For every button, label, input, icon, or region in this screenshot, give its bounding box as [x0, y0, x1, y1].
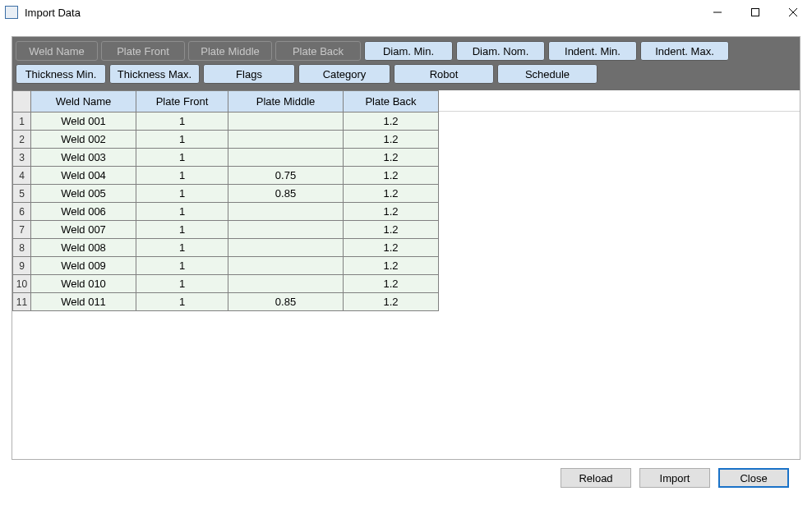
table-row[interactable]: 11Weld 01110.851.2	[13, 293, 439, 311]
col-toggle-thickness-min[interactable]: Thickness Min.	[16, 64, 106, 84]
col-header-plate-middle[interactable]: Plate Middle	[228, 91, 344, 112]
rownum-cell[interactable]: 2	[13, 131, 31, 149]
cell-plate-front[interactable]: 1	[136, 221, 228, 239]
cell-plate-back[interactable]: 1.2	[344, 185, 439, 203]
cell-plate-front[interactable]: 1	[136, 167, 228, 185]
col-toggle-robot[interactable]: Robot	[394, 64, 494, 84]
col-toggle-category[interactable]: Category	[298, 64, 390, 84]
rownum-cell[interactable]: 4	[13, 167, 31, 185]
cell-plate-back[interactable]: 1.2	[344, 257, 439, 275]
col-toggle-flags[interactable]: Flags	[203, 64, 295, 84]
rownum-cell[interactable]: 8	[13, 239, 31, 257]
cell-plate-back[interactable]: 1.2	[344, 149, 439, 167]
cell-weld-name[interactable]: Weld 007	[31, 221, 136, 239]
cell-plate-middle[interactable]	[228, 221, 344, 239]
cell-plate-middle[interactable]	[228, 131, 344, 149]
cell-plate-front[interactable]: 1	[136, 239, 228, 257]
col-toggle-label: Plate Front	[117, 45, 169, 57]
toolbar-row-2: Thickness Min. Thickness Max. Flags Cate…	[12, 64, 800, 87]
col-toggle-label: Plate Middle	[201, 45, 260, 57]
rownum-cell[interactable]: 9	[13, 257, 31, 275]
cell-plate-middle[interactable]	[228, 239, 344, 257]
cell-weld-name[interactable]: Weld 011	[31, 293, 136, 311]
col-toggle-plate-back[interactable]: Plate Back	[275, 41, 361, 61]
cell-plate-middle[interactable]	[228, 149, 344, 167]
cell-plate-front[interactable]: 1	[136, 185, 228, 203]
cell-plate-front[interactable]: 1	[136, 112, 228, 131]
table-row[interactable]: 2Weld 00211.2	[13, 131, 439, 149]
col-toggle-label: Robot	[430, 68, 459, 80]
rownum-cell[interactable]: 11	[13, 293, 31, 311]
col-toggle-plate-middle[interactable]: Plate Middle	[188, 41, 272, 61]
data-grid[interactable]: Weld Name Plate Front Plate Middle Plate…	[12, 90, 439, 311]
col-toggle-thickness-max[interactable]: Thickness Max.	[109, 64, 200, 84]
cell-plate-back[interactable]: 1.2	[344, 167, 439, 185]
cell-plate-back[interactable]: 1.2	[344, 112, 439, 131]
table-row[interactable]: 5Weld 00510.851.2	[13, 185, 439, 203]
rownum-header[interactable]	[13, 91, 31, 112]
col-header-plate-back[interactable]: Plate Back	[344, 91, 439, 112]
cell-plate-front[interactable]: 1	[136, 293, 228, 311]
table-row[interactable]: 4Weld 00410.751.2	[13, 167, 439, 185]
table-row[interactable]: 7Weld 00711.2	[13, 221, 439, 239]
cell-plate-middle[interactable]: 0.85	[228, 185, 344, 203]
cell-plate-back[interactable]: 1.2	[344, 203, 439, 221]
col-toggle-indent-max[interactable]: Indent. Max.	[640, 41, 729, 61]
cell-plate-middle[interactable]	[228, 203, 344, 221]
rownum-cell[interactable]: 3	[13, 149, 31, 167]
table-row[interactable]: 1Weld 00111.2	[13, 112, 439, 131]
cell-weld-name[interactable]: Weld 009	[31, 257, 136, 275]
close-button[interactable]: Close	[718, 468, 789, 488]
cell-plate-front[interactable]: 1	[136, 275, 228, 293]
minimize-button[interactable]	[699, 0, 736, 25]
cell-plate-front[interactable]: 1	[136, 131, 228, 149]
cell-plate-middle[interactable]: 0.75	[228, 167, 344, 185]
col-toggle-weld-name[interactable]: Weld Name	[16, 41, 98, 61]
reload-button[interactable]: Reload	[561, 468, 631, 488]
col-toggle-schedule[interactable]: Schedule	[497, 64, 597, 84]
rownum-cell[interactable]: 6	[13, 203, 31, 221]
cell-weld-name[interactable]: Weld 008	[31, 239, 136, 257]
cell-plate-front[interactable]: 1	[136, 257, 228, 275]
cell-plate-middle[interactable]	[228, 257, 344, 275]
cell-weld-name[interactable]: Weld 003	[31, 149, 136, 167]
col-toggle-label: Indent. Min.	[565, 45, 621, 57]
col-toggle-diam-min[interactable]: Diam. Min.	[364, 41, 453, 61]
rownum-cell[interactable]: 1	[13, 112, 31, 131]
col-toggle-diam-nom[interactable]: Diam. Nom.	[456, 41, 545, 61]
cell-plate-back[interactable]: 1.2	[344, 293, 439, 311]
col-header-weld-name[interactable]: Weld Name	[31, 91, 136, 112]
cell-plate-front[interactable]: 1	[136, 203, 228, 221]
rownum-cell[interactable]: 7	[13, 221, 31, 239]
col-toggle-label: Diam. Min.	[383, 45, 434, 57]
rownum-cell[interactable]: 10	[13, 275, 31, 293]
cell-plate-back[interactable]: 1.2	[344, 239, 439, 257]
table-row[interactable]: 9Weld 00911.2	[13, 257, 439, 275]
cell-plate-back[interactable]: 1.2	[344, 221, 439, 239]
cell-weld-name[interactable]: Weld 001	[31, 112, 136, 131]
table-row[interactable]: 8Weld 00811.2	[13, 239, 439, 257]
cell-plate-middle[interactable]	[228, 112, 344, 131]
col-toggle-plate-front[interactable]: Plate Front	[101, 41, 185, 61]
col-toggle-label: Plate Back	[293, 45, 344, 57]
cell-plate-back[interactable]: 1.2	[344, 275, 439, 293]
import-button[interactable]: Import	[639, 468, 710, 488]
rownum-cell[interactable]: 5	[13, 185, 31, 203]
col-toggle-indent-min[interactable]: Indent. Min.	[548, 41, 637, 61]
cell-plate-back[interactable]: 1.2	[344, 131, 439, 149]
cell-weld-name[interactable]: Weld 002	[31, 131, 136, 149]
table-row[interactable]: 6Weld 00611.2	[13, 203, 439, 221]
cell-weld-name[interactable]: Weld 010	[31, 275, 136, 293]
cell-plate-middle[interactable]: 0.85	[228, 293, 344, 311]
button-label: Import	[660, 472, 690, 484]
maximize-button[interactable]	[736, 0, 774, 25]
cell-plate-front[interactable]: 1	[136, 149, 228, 167]
col-header-plate-front[interactable]: Plate Front	[136, 91, 228, 112]
close-window-button[interactable]	[774, 0, 812, 25]
table-row[interactable]: 3Weld 00311.2	[13, 149, 439, 167]
cell-weld-name[interactable]: Weld 004	[31, 167, 136, 185]
cell-weld-name[interactable]: Weld 006	[31, 203, 136, 221]
table-row[interactable]: 10Weld 01011.2	[13, 275, 439, 293]
cell-weld-name[interactable]: Weld 005	[31, 185, 136, 203]
cell-plate-middle[interactable]	[228, 275, 344, 293]
